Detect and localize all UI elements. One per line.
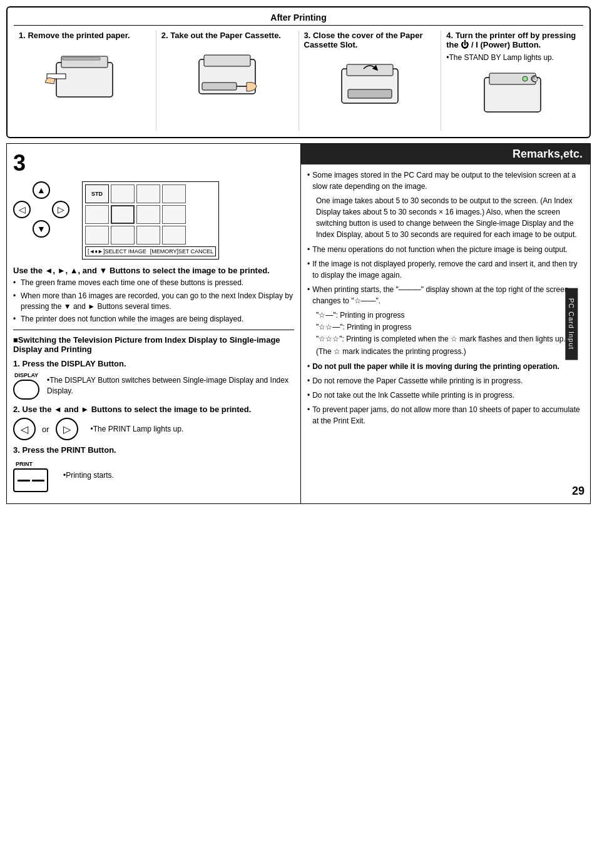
dpad-down-btn[interactable]: ▼ [33,220,50,238]
grid-cell-1-2 [111,184,135,203]
remark-3: • If the image is not displayed properly… [307,258,584,281]
svg-rect-6 [202,83,237,90]
after-print-step1: 1. Remove the printed paper. [14,31,156,131]
remarks-content: • Some images stored in the PC Card may … [301,164,590,435]
grid-label-memory: [MEMORY]SET [150,248,190,255]
remark-5: "☆—": Printing in progress [316,310,584,321]
display-button[interactable] [13,380,39,400]
remark-2-text: The menu operations do not function when… [312,244,568,255]
remarks-header: Remarks,etc. [301,144,590,164]
grid-row-2 [85,205,216,224]
bullet-1: The green frame moves each time one of t… [13,278,294,288]
steps-row: 1. Remove the printed paper. [14,31,583,131]
remark-7: "☆☆☆": Printing is completed when the ☆ … [316,333,584,345]
or-label: or [42,425,49,434]
remarks-section: Remarks,etc. • Some images stored in the… [300,143,591,504]
remark-11: • Do not take out the Ink Cassette while… [307,390,584,401]
svg-rect-3 [63,58,100,60]
main-instruction: Use the ◄, ►, ▲, and ▼ Buttons to select… [13,266,294,275]
grid-label-cancel: CANCEL [191,248,214,255]
print-btn-label: PRINT [16,461,33,467]
press-arrow-label: 2. Use the ◄ and ► Buttons to select the… [13,405,294,414]
step3-image [304,53,436,122]
remark-9-text: Do not pull the paper while it is moving… [312,361,559,372]
bullet-3: The printer does not function while the … [13,314,294,325]
grid-cell-std: STD [85,184,109,203]
remark-4-text: When printing starts, the "———" display … [312,284,584,306]
dpad-right-btn[interactable]: ▷ [52,201,69,218]
remark-10: • Do not remove the Paper Cassette while… [307,375,584,386]
svg-point-15 [523,76,528,81]
remark-1-text: One image takes about 5 to 30 seconds to… [316,196,577,239]
print-note: •Printing starts. [63,471,114,480]
print-button-group: PRINT [13,461,48,492]
right-arrow-btn[interactable]: ▷ [56,418,78,440]
pc-card-input-label: PC Card Input [566,288,578,360]
display-note: •The DISPLAY Button switches between Sin… [47,375,294,396]
after-printing-title: After Printing [14,13,583,26]
remark-12: • To prevent paper jams, do not allow mo… [307,404,584,426]
main-area: 3 ▲ ▼ ◁ ▷ STD [6,143,591,504]
remark-11-text: Do not take out the Ink Cassette while p… [312,390,514,401]
grid-cell-1-4 [162,184,186,203]
svg-rect-10 [348,89,392,98]
remark-4: • When printing starts, the "———" displa… [307,284,584,306]
step3-number: 3 [13,150,294,176]
remark-9: • Do not pull the paper while it is movi… [307,361,584,372]
remark-8: (The ☆ mark indicates the printing progr… [316,346,584,358]
page-number: 29 [572,485,584,498]
step2-image [161,44,293,113]
grid-cell-3-3 [136,226,160,245]
remark-1-cont: One image takes about 5 to 30 seconds to… [316,195,584,240]
bullet-2: When more than 16 images are recorded, y… [13,291,294,312]
step4-title: 4. Turn the printer off by pressing the … [446,31,578,49]
remark-12-text: To prevent paper jams, do not allow more… [312,404,584,426]
dpad-left-btn[interactable]: ◁ [13,201,31,218]
print-button-row: PRINT •Printing starts. [13,458,294,492]
after-print-step4: 4. Turn the printer off by pressing the … [441,31,583,131]
display-button-group: DISPLAY [13,372,39,400]
step1-title: 1. Remove the printed paper. [19,31,151,40]
step3-title: 3. Close the cover of the Paper Cassette… [304,31,436,49]
grid-cell-3-1 [85,226,109,245]
grid-row-1: STD [85,184,216,203]
print-btn-line2 [32,480,44,482]
remark-progress: "☆—": Printing in progress "☆☆—": Printi… [316,310,584,358]
switching-title: ■Switching the Television Picture from I… [13,335,294,354]
buttons-several-text: Buttons several [97,302,149,311]
grid-label-select: [◄♦►]SELECT IMAGE [88,248,146,255]
arrow-buttons-row: ◁ or ▷ •The PRINT Lamp lights up. [13,418,294,440]
image-grid-container: STD [82,181,294,260]
dpad-control: ▲ ▼ ◁ ▷ [13,181,69,238]
left-column: 3 ▲ ▼ ◁ ▷ STD [6,143,300,504]
grid-cell-3-2 [111,226,135,245]
grid-cell-2-4 [162,205,186,224]
svg-rect-5 [204,55,250,66]
grid-bottom-label: [◄♦►]SELECT IMAGE [MEMORY]SET CANCEL [85,246,216,256]
grid-cell-1-3 [136,184,160,203]
grid-row-3 [85,226,216,245]
left-arrow-btn[interactable]: ◁ [13,418,36,440]
grid-cell-selected [111,205,135,224]
display-button-row: DISPLAY •The DISPLAY Button switches bet… [13,372,294,400]
press-print-label: 3. Press the PRINT Button. [13,445,294,455]
image-grid: STD [82,181,219,260]
step3-controls: ▲ ▼ ◁ ▷ STD [13,181,294,260]
remark-6: "☆☆—": Printing in progress [316,321,584,333]
arrow-note: •The PRINT Lamp lights up. [91,425,184,433]
print-button[interactable] [13,468,48,492]
step2-title: 2. Take out the Paper Cassette. [161,31,293,40]
dpad-up-btn[interactable]: ▲ [33,181,50,199]
step1-image [19,44,151,113]
press-display-label: 1. Press the DISPLAY Button. [13,359,294,368]
after-printing-section: After Printing 1. Remove the printed pap… [6,6,591,138]
grid-cell-2-3 [136,205,160,224]
remark-3-text: If the image is not displayed properly, … [312,258,584,281]
display-btn-label: DISPLAY [14,372,38,378]
step4-image: ⏻ [446,62,578,131]
step4-note: •The STAND BY Lamp lights up. [446,53,578,62]
grid-cell-3-4 [162,226,186,245]
remark-2: • The menu operations do not function wh… [307,244,584,255]
after-print-step3: 3. Close the cover of the Paper Cassette… [299,31,442,131]
arrow-group: ◁ or ▷ [13,418,78,440]
